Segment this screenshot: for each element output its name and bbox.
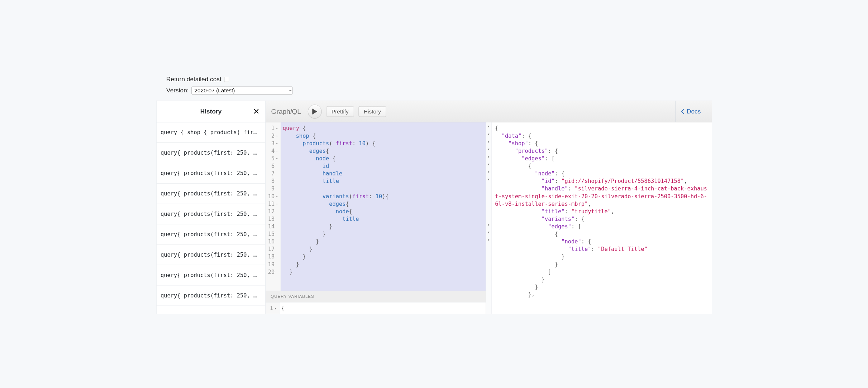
query-section: 1▾2▾3▾4▾5▾6 7 8 9 10▾11▾12 13 14 15 16 1… bbox=[266, 122, 486, 314]
docs-button[interactable]: Docs bbox=[676, 101, 706, 122]
results-code[interactable]: { "data": { "shop": { "products": { "edg… bbox=[492, 122, 712, 314]
query-editor[interactable]: 1▾2▾3▾4▾5▾6 7 8 9 10▾11▾12 13 14 15 16 1… bbox=[266, 122, 486, 291]
graphiql-toolbar: GraphiQL Prettify History Docs bbox=[266, 101, 712, 122]
history-item[interactable]: query{ products(first: 250, … bbox=[157, 163, 266, 184]
history-button[interactable]: History bbox=[358, 106, 386, 117]
play-icon bbox=[312, 108, 317, 115]
history-item[interactable]: query{ products(first: 250, … bbox=[157, 244, 266, 265]
history-item[interactable]: query{ products(first: 250, … bbox=[157, 285, 266, 306]
history-panel: History ✕ query { shop { products( fir…q… bbox=[157, 101, 266, 314]
editor-body: 1▾2▾3▾4▾5▾6 7 8 9 10▾11▾12 13 14 15 16 1… bbox=[266, 122, 712, 314]
results-section: ▾▾▾▾▾▾▾▾ ▾▾▾ { "data": { "shop": { "prod… bbox=[486, 122, 712, 314]
chevron-left-icon bbox=[681, 108, 685, 115]
history-header: History ✕ bbox=[157, 101, 266, 122]
variables-gutter: 1▾ bbox=[266, 302, 279, 314]
history-title: History bbox=[200, 108, 222, 115]
version-label: Version: bbox=[166, 87, 189, 94]
history-item[interactable]: query{ products(first: 250, … bbox=[157, 143, 266, 163]
history-item[interactable]: query { shop { products( fir… bbox=[157, 122, 266, 143]
history-item[interactable]: query{ products(first: 250, … bbox=[157, 265, 266, 285]
variables-code[interactable]: { bbox=[280, 302, 486, 314]
query-gutter: 1▾2▾3▾4▾5▾6 7 8 9 10▾11▾12 13 14 15 16 1… bbox=[266, 122, 281, 291]
history-item[interactable]: query{ products(first: 250, … bbox=[157, 184, 266, 204]
close-icon[interactable]: ✕ bbox=[253, 107, 259, 115]
detailed-cost-label: Return detailed cost bbox=[166, 76, 221, 83]
results-gutter: ▾▾▾▾▾▾▾▾ ▾▾▾ bbox=[486, 122, 492, 314]
editor-area: GraphiQL Prettify History Docs 1▾2▾3▾4▾5… bbox=[266, 101, 712, 314]
query-code[interactable]: query { shop { products( first: 10) { ed… bbox=[281, 122, 486, 291]
detailed-cost-checkbox[interactable] bbox=[224, 77, 229, 82]
prettify-button[interactable]: Prettify bbox=[326, 106, 354, 117]
graphiql-container: History ✕ query { shop { products( fir…q… bbox=[156, 101, 712, 314]
variables-editor[interactable]: 1▾ { bbox=[266, 302, 486, 314]
history-item[interactable]: query{ products(first: 250, … bbox=[157, 224, 266, 244]
docs-label: Docs bbox=[687, 108, 701, 115]
history-list: query { shop { products( fir…query{ prod… bbox=[157, 122, 266, 306]
version-select[interactable]: 2020-07 (Latest) bbox=[191, 87, 292, 94]
variables-header[interactable]: Query Variables bbox=[266, 291, 486, 302]
history-item[interactable]: query{ products(first: 250, … bbox=[157, 204, 266, 224]
top-controls-bar: Return detailed cost Version: 2020-07 (L… bbox=[156, 70, 712, 101]
graphiql-logo: GraphiQL bbox=[271, 107, 301, 115]
run-button[interactable] bbox=[308, 105, 321, 118]
